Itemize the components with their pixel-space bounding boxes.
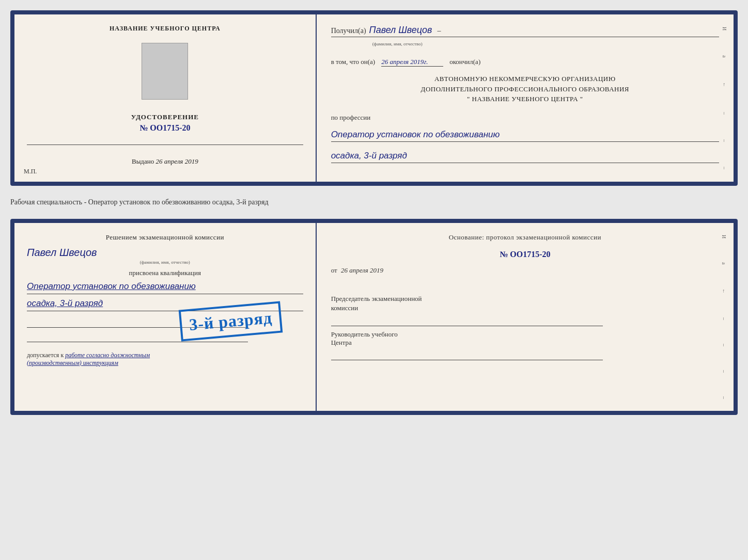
document-card-bottom: Решением экзаменационной комиссии Павел … (10, 219, 738, 415)
deco-a: а (722, 55, 727, 57)
head-label2-text: Центра (331, 339, 352, 346)
deco-dash5: – (721, 344, 727, 346)
basis-title: Основание: протокол экзаменационной коми… (331, 233, 719, 242)
issued-prefix: Выдано (132, 157, 154, 165)
org-line1: АВТОНОМНУЮ НЕКОММЕРЧЕСКУЮ ОРГАНИЗАЦИЮ (331, 74, 719, 84)
document-card-top: НАЗВАНИЕ УЧЕБНОГО ЦЕНТРА УДОСТОВЕРЕНИЕ №… (10, 10, 738, 186)
dash-top: – (438, 27, 441, 35)
sign-line-left (27, 135, 303, 145)
name-subtext-top: (фамилия, имя, отчество) (372, 41, 719, 46)
in-that-date: 26 апреля 2019г. (381, 58, 443, 67)
in-that-row: в том, что он(а) 26 апреля 2019г. окончи… (331, 57, 719, 67)
in-that-prefix: в том, что он(а) (331, 58, 376, 66)
cert-label: УДОСТОВЕРЕНИЕ (131, 113, 199, 121)
doc-right-top: Получил(а) Павел Швецов – (фамилия, имя,… (317, 14, 734, 182)
sign-block-right: Председатель экзаменационной комиссии Ру… (331, 288, 719, 363)
deco-arrow2: ← (721, 289, 727, 294)
center-title-top: НАЗВАНИЕ УЧЕБНОГО ЦЕНТРА (110, 25, 221, 33)
doc2-right: Основание: протокол экзаменационной коми… (317, 223, 734, 411)
head-sign-line (331, 349, 603, 360)
received-name: Павел Швецов (369, 25, 432, 36)
separator-text: Рабочая специальность - Оператор установ… (10, 195, 738, 210)
deco-dash4: – (721, 317, 727, 320)
profession-value2: осадка, 3-й разряд (331, 150, 719, 163)
issued-line: Выдано 26 апреля 2019 (132, 157, 198, 166)
org-line2: ДОПОЛНИТЕЛЬНОГО ПРОФЕССИОНАЛЬНОГО ОБРАЗО… (331, 84, 719, 94)
from-prefix: от (331, 266, 337, 274)
допускается-prefix: допускается к (27, 351, 64, 359)
deco-и2: И (721, 235, 727, 238)
допускается-val: работе согласно должностным (65, 351, 150, 359)
received-prefix: Получил(а) (331, 27, 366, 35)
deco-dash1: – (722, 112, 727, 115)
допускается-label: допускается к работе согласно должностны… (27, 351, 303, 367)
deco-a2: а (721, 262, 727, 264)
decision-title: Решением экзаменационной комиссии (27, 233, 303, 242)
assigned-label: присвоена квалификация (27, 269, 303, 277)
chairman-label-text: Председатель экзаменационной (331, 295, 422, 302)
org-block: АВТОНОМНУЮ НЕКОММЕРЧЕСКУЮ ОРГАНИЗАЦИЮ ДО… (331, 74, 719, 104)
chairman-label: Председатель экзаменационной комиссии (331, 294, 719, 313)
chairman-sign-line (331, 315, 603, 326)
chairman-label2-text: комиссии (331, 304, 359, 312)
page-wrapper: НАЗВАНИЕ УЧЕБНОГО ЦЕНТРА УДОСТОВЕРЕНИЕ №… (10, 10, 738, 415)
photo-placeholder (142, 43, 188, 100)
name-subtext-bottom: (фамилия, имя, отчество) (27, 260, 303, 265)
deco-dash6: – (721, 370, 727, 373)
right-edge-deco-bottom: И а ← – – – – (720, 223, 728, 411)
deco-dash3: – (722, 167, 727, 169)
finished-label: окончил(а) (449, 58, 480, 66)
from-date-val: 26 апреля 2019 (341, 266, 383, 274)
profession-label: по профессии (331, 114, 719, 122)
received-row: Получил(а) Павел Швецов – (331, 25, 719, 37)
допускается-val2: (производственным) инструкциям (27, 359, 118, 366)
mp-label: М.П. (24, 168, 37, 175)
cert-number: № OO1715-20 (139, 123, 190, 133)
head-label-text: Руководитель учебного (331, 330, 398, 338)
doc-left-top: НАЗВАНИЕ УЧЕБНОГО ЦЕНТРА УДОСТОВЕРЕНИЕ №… (14, 14, 317, 182)
deco-и: И (722, 27, 727, 30)
from-date-row: от 26 апреля 2019 (331, 266, 719, 275)
right-edge-deco-top: И а ← – – – (720, 14, 728, 182)
head-label: Руководитель учебного Центра (331, 330, 719, 347)
deco-dash7: – (721, 396, 727, 399)
protocol-number: № OO1715-20 (331, 250, 719, 259)
org-line3: " НАЗВАНИЕ УЧЕБНОГО ЦЕНТРА " (331, 94, 719, 104)
person-name-big: Павел Швецов (27, 247, 303, 259)
issued-date: 26 апреля 2019 (155, 157, 198, 165)
deco-arrow: ← (722, 82, 727, 87)
qualification-val1: Оператор установок по обезвоживанию (27, 280, 303, 294)
profession-value: Оператор установок по обезвоживанию (331, 129, 719, 142)
deco-dash2: – (722, 139, 727, 142)
